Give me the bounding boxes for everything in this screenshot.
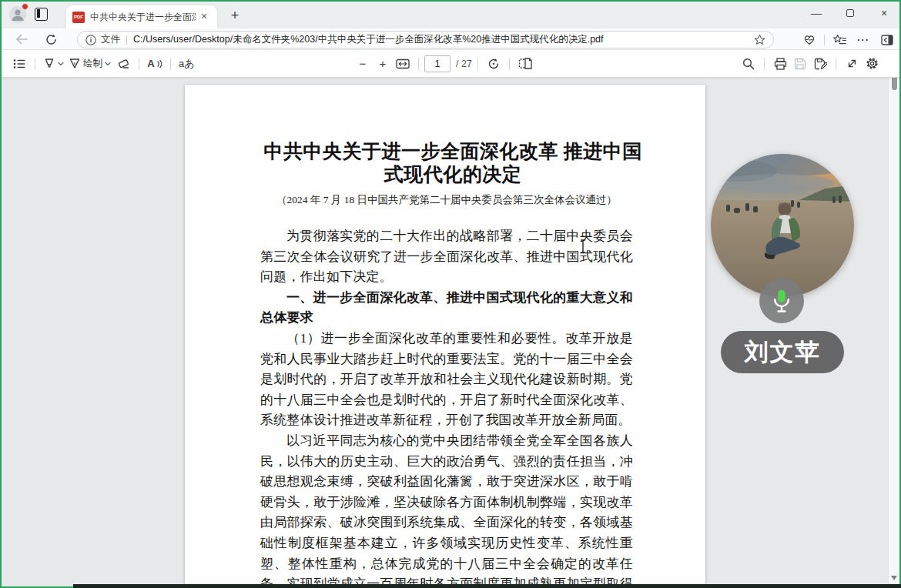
read-aloud-icon: A [147, 58, 154, 69]
favorites-icon [833, 34, 846, 45]
fit-width-icon [396, 58, 410, 69]
address-bar[interactable]: 文件 C:/Users/user/Desktop/未命名文件夹%203/中共中央… [77, 31, 774, 48]
pdf-page: 中共中央关于进一步全面深化改革 推进中国式现代化的决定 （2024 年 7 月 … [185, 85, 705, 588]
page-count-label: / 27 [456, 58, 472, 69]
url-text: C:/Users/user/Desktop/未命名文件夹%203/中共中央关于进… [133, 33, 749, 46]
save-as-icon [814, 58, 827, 70]
site-info-icon[interactable] [85, 35, 96, 45]
chevron-down-icon [105, 61, 111, 67]
sidebar-toggle-button[interactable] [878, 32, 896, 48]
search-button[interactable] [739, 54, 759, 74]
pen-icon [69, 58, 81, 69]
translate-button[interactable]: aあ [176, 54, 197, 74]
tab-title: 中共中央关于进一步全面深化改革 [90, 11, 196, 24]
paragraph: 为贯彻落实党的二十大作出的战略部署，二十届中央委员会第三次全体会议研究了进一步全… [260, 226, 633, 288]
rotate-icon [487, 58, 500, 70]
paragraph: 以习近平同志为核心的党中央团结带领全党全军全国各族人民，以伟大的历史主动、巨大的… [260, 431, 633, 588]
vertical-scrollbar[interactable] [888, 78, 899, 585]
participant-video-bubble[interactable] [711, 154, 854, 297]
tab-actions-icon [37, 9, 40, 18]
save-button[interactable] [790, 54, 810, 74]
page-view-icon [518, 58, 532, 69]
mic-button[interactable] [759, 279, 804, 323]
highlight-button[interactable] [41, 54, 66, 74]
print-icon [774, 58, 787, 70]
save-icon [794, 58, 806, 70]
favorites-button[interactable] [830, 32, 849, 48]
sound-waves-icon [157, 59, 162, 68]
fullscreen-icon [846, 58, 858, 69]
tab-bar: PDF 中共中央关于进一步全面深化改革 × + — × [0, 0, 901, 28]
zoom-in-button[interactable]: + [373, 54, 393, 74]
toolbar-divider [836, 58, 836, 70]
back-button[interactable] [12, 31, 31, 48]
document-title: 中共中央关于进一步全面深化改革 推进中国式现代化的决定 [260, 140, 645, 186]
draw-button[interactable]: 绘制 [66, 54, 113, 74]
zoom-out-icon: − [360, 58, 367, 69]
erase-button[interactable] [113, 54, 133, 74]
read-aloud-button[interactable]: A [145, 54, 165, 74]
pdf-toolbar: 绘制 A aあ [0, 50, 901, 78]
address-divider [126, 35, 127, 45]
toolbar-divider [477, 58, 478, 70]
bookmark-star-icon[interactable] [754, 34, 765, 45]
more-menu-icon: ··· [857, 34, 869, 45]
toolbar-divider [764, 58, 765, 70]
profile-button[interactable] [8, 5, 28, 25]
zoom-in-icon: + [380, 58, 387, 69]
scroll-down-icon[interactable] [891, 576, 897, 580]
notification-dot-icon [22, 3, 28, 10]
window-controls: — × [799, 0, 901, 28]
highlighter-icon [43, 58, 55, 69]
toc-button[interactable] [9, 54, 29, 74]
close-button[interactable]: × [867, 0, 901, 26]
sidebar-toggle-icon [881, 35, 893, 45]
tab-close-icon[interactable]: × [197, 10, 211, 24]
mic-on-icon [770, 289, 793, 313]
browser-essentials-icon [803, 34, 816, 45]
tab-actions-button[interactable] [35, 8, 48, 21]
rotate-button[interactable] [484, 54, 504, 74]
translate-icon: aあ [179, 57, 195, 71]
refresh-button[interactable] [42, 31, 60, 48]
participant-name-pill: 刘文苹 [721, 331, 844, 373]
back-icon [15, 34, 28, 45]
toolbar-divider [139, 58, 139, 70]
toolbar-divider [824, 35, 825, 45]
paragraph: （1）进一步全面深化改革的重要性和必要性。改革开放是党和人民事业大踏步赶上时代的… [260, 329, 633, 431]
document-body: 为贯彻落实党的二十大作出的战略部署，二十届中央委员会第三次全体会议研究了进一步全… [260, 226, 633, 588]
document-subtitle: （2024 年 7 月 18 日中国共产党第二十届中央委员会第三次全体会议通过） [260, 193, 633, 207]
draw-label: 绘制 [83, 57, 102, 70]
maximize-button[interactable] [833, 0, 867, 26]
toolbar-divider [170, 58, 171, 70]
eraser-icon [117, 58, 130, 69]
print-button[interactable] [770, 54, 790, 74]
toolbar-divider [35, 58, 35, 70]
toc-icon [13, 58, 25, 69]
more-menu-button[interactable]: ··· [854, 32, 873, 48]
search-icon [742, 58, 755, 70]
gear-icon [866, 57, 879, 70]
save-as-button[interactable] [810, 54, 830, 74]
text-cursor [579, 239, 587, 253]
scrollbar-thumb[interactable] [892, 78, 897, 90]
toolbar-divider [509, 58, 510, 70]
participant-photo [711, 154, 854, 297]
fullscreen-button[interactable] [842, 54, 862, 74]
chevron-down-icon [58, 61, 64, 67]
scheme-label: 文件 [101, 33, 120, 46]
zoom-out-button[interactable]: − [353, 54, 373, 74]
browser-window: PDF 中共中央关于进一步全面深化改革 × + — × [0, 0, 901, 588]
browser-essentials-button[interactable] [800, 32, 819, 48]
active-tab[interactable]: PDF 中共中央关于进一步全面深化改革 × [66, 5, 217, 28]
section-heading: 一、进一步全面深化改革、推进中国式现代化的重大意义和总体要求 [260, 288, 633, 329]
refresh-icon [45, 34, 57, 45]
maximize-icon [846, 9, 854, 17]
page-number-input[interactable] [424, 55, 450, 72]
page-view-button[interactable] [515, 54, 535, 74]
fit-width-button[interactable] [393, 54, 413, 74]
minimize-button[interactable]: — [799, 0, 833, 26]
pdf-file-icon: PDF [72, 12, 85, 23]
settings-button[interactable] [862, 54, 882, 74]
new-tab-button[interactable]: + [225, 6, 245, 26]
